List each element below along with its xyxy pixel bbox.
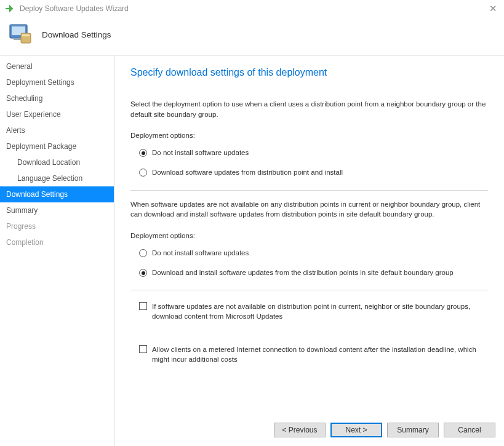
cancel-button[interactable]: Cancel (444, 423, 495, 437)
checkbox-metered-connection[interactable]: Allow clients on a metered Internet conn… (130, 342, 488, 367)
radio-download-and-install-1[interactable]: Download software updates from distribut… (130, 165, 488, 180)
checkbox-icon (139, 302, 147, 310)
sidebar-item-summary[interactable]: Summary (0, 202, 114, 218)
sidebar-item-scheduling[interactable]: Scheduling (0, 90, 114, 106)
previous-button[interactable]: < Previous (274, 423, 326, 437)
radio-icon (139, 149, 147, 157)
sidebar-item-deployment-package[interactable]: Deployment Package (0, 138, 114, 154)
wizard-nav-sidebar: GeneralDeployment SettingsSchedulingUser… (0, 55, 114, 446)
sidebar-item-download-location[interactable]: Download Location (0, 154, 114, 170)
page-title: Download Settings (42, 30, 111, 39)
divider (130, 190, 488, 191)
checkbox-label: Allow clients on a metered Internet conn… (152, 344, 488, 364)
instruction-text: When software updates are not available … (130, 199, 488, 220)
radio-do-not-install-2[interactable]: Do not install software updates (130, 245, 488, 260)
svg-rect-4 (22, 34, 30, 36)
sidebar-item-download-settings[interactable]: Download Settings (0, 186, 114, 202)
radio-label: Do not install software updates (152, 248, 249, 258)
radio-icon (139, 249, 147, 257)
sidebar-item-deployment-settings[interactable]: Deployment Settings (0, 74, 114, 90)
title-bar: Deploy Software Updates Wizard ✕ (0, 0, 504, 17)
sidebar-item-alerts[interactable]: Alerts (0, 122, 114, 138)
sidebar-item-general[interactable]: General (0, 58, 114, 74)
radio-download-default-boundary[interactable]: Download and install software updates fr… (130, 265, 488, 280)
checkbox-label: If software updates are not available on… (152, 301, 488, 321)
radio-icon (139, 169, 147, 177)
header: Download Settings (0, 17, 504, 55)
wizard-icon (5, 4, 16, 13)
summary-button[interactable]: Summary (387, 423, 439, 437)
computer-icon (7, 22, 33, 47)
main-heading: Specify download settings of this deploy… (130, 67, 488, 78)
window-title: Deploy Software Updates Wizard (20, 4, 487, 13)
radio-icon (139, 269, 147, 277)
sidebar-item-progress: Progress (0, 218, 114, 234)
sidebar-item-language-selection[interactable]: Language Selection (0, 170, 114, 186)
radio-label: Do not install software updates (152, 148, 249, 157)
next-button[interactable]: Next > (330, 423, 382, 437)
sidebar-item-completion: Completion (0, 234, 114, 250)
divider (130, 290, 488, 290)
deployment-options-label-1: Deployment options: (130, 132, 488, 139)
deployment-options-label-2: Deployment options: (130, 232, 488, 239)
checkbox-icon (139, 345, 147, 353)
radio-do-not-install-1[interactable]: Do not install software updates (130, 145, 488, 160)
instruction-text: Select the deployment option to use when… (130, 99, 488, 119)
close-icon[interactable]: ✕ (487, 3, 499, 14)
radio-label: Download and install software updates fr… (152, 268, 454, 277)
radio-label: Download software updates from distribut… (152, 167, 343, 177)
wizard-footer: < Previous Next > Summary Cancel (114, 418, 504, 446)
checkbox-microsoft-updates[interactable]: If software updates are not available on… (130, 299, 488, 324)
main-panel: Specify download settings of this deploy… (114, 55, 504, 446)
sidebar-item-user-experience[interactable]: User Experience (0, 106, 114, 122)
